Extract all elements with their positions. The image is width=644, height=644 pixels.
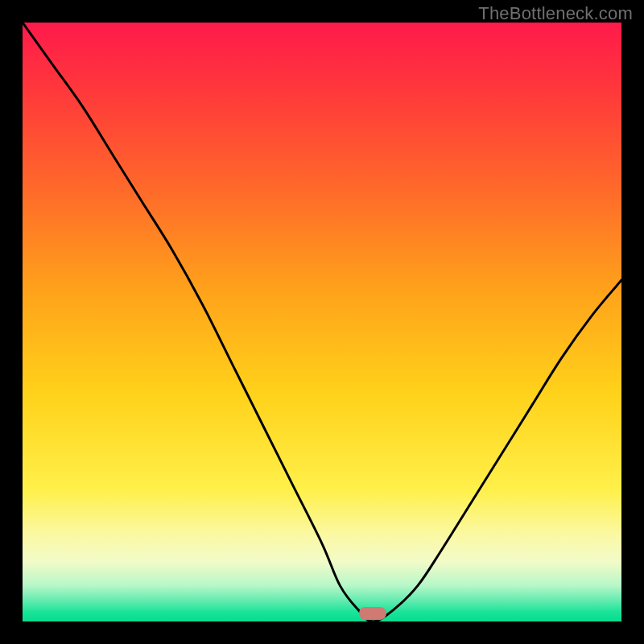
optimal-marker	[359, 607, 386, 620]
chart-frame: TheBottleneck.com	[0, 0, 644, 644]
bottleneck-curve	[23, 23, 621, 621]
watermark-text: TheBottleneck.com	[478, 3, 633, 24]
plot-area	[23, 23, 621, 621]
